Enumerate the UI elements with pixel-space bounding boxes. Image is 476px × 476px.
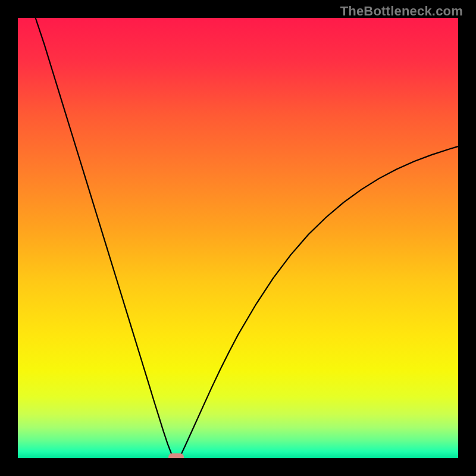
minimum-marker [168,453,184,458]
chart-frame: TheBottleneck.com [0,0,476,476]
plot-area [18,18,458,458]
curve-layer [18,18,458,458]
watermark-text: TheBottleneck.com [340,4,463,19]
bottleneck-curve-path [36,18,458,458]
